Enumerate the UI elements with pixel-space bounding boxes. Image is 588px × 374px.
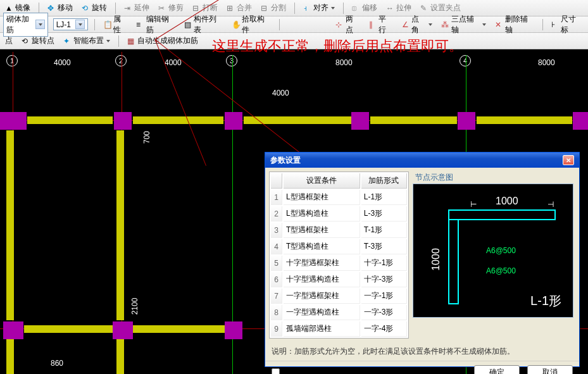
row-cond[interactable]: L型遇框架柱 — [284, 190, 360, 205]
dialog-titlebar[interactable]: 参数设置 ✕ — [265, 153, 579, 168]
merge-button[interactable]: ⊞合并 — [225, 2, 254, 14]
label: 合并 — [237, 3, 252, 13]
close-button[interactable]: ✕ — [563, 155, 574, 165]
table-row[interactable]: 3T型遇框架柱T-1形 — [271, 223, 407, 238]
shape-name: L-1形 — [530, 292, 561, 309]
label: 设置夹点 — [430, 3, 461, 13]
point-button[interactable]: 点 — [3, 35, 15, 47]
props-icon: 📋 — [103, 20, 112, 29]
align-button[interactable]: ⫞对齐 — [301, 2, 337, 14]
row-form[interactable]: L-1形 — [361, 190, 407, 205]
dim-arrow: ⊣ — [547, 200, 554, 209]
shape-line — [448, 303, 459, 304]
label: 三点辅轴 — [451, 14, 480, 35]
table-row[interactable]: 1L型遇框架柱L-1形 — [271, 190, 407, 205]
column — [458, 112, 475, 130]
row-cond[interactable]: T型遇构造柱 — [284, 239, 360, 254]
merge-icon: ⊞ — [227, 4, 235, 13]
extend-button[interactable]: ⇥延伸 — [122, 2, 151, 14]
row-form[interactable]: T-3形 — [361, 239, 407, 254]
aux3-button[interactable]: ⁂三点辅轴 — [439, 13, 488, 36]
chevron-down-icon — [482, 23, 486, 26]
table-row[interactable]: 4T型遇构造柱T-3形 — [271, 239, 407, 254]
table-row[interactable]: 5十字型遇框架柱十字-1形 — [271, 256, 407, 271]
autogen-icon: ▦ — [127, 37, 136, 46]
label: 点角 — [411, 14, 426, 35]
label: 构件列表 — [194, 14, 223, 35]
dimlabel-button[interactable]: ⊦尺寸标 — [549, 13, 585, 36]
row-cond[interactable]: L型遇构造柱 — [284, 206, 360, 221]
wall — [133, 116, 223, 124]
row-cond[interactable]: 一字型遇框架柱 — [284, 289, 360, 304]
row-form[interactable]: 一字-4形 — [361, 321, 407, 337]
label: 自动生成砌体加筋 — [137, 35, 198, 46]
rotate-button[interactable]: ⟲旋转 — [80, 2, 109, 14]
row-form[interactable]: L-3形 — [361, 206, 407, 221]
rotatept-button[interactable]: ⟲旋转点 — [20, 35, 56, 47]
stretch-button[interactable]: ↔拉伸 — [384, 2, 413, 14]
shape-line — [448, 209, 449, 304]
label: 属性 — [113, 14, 127, 35]
move-button[interactable]: ✥移动 — [46, 2, 75, 14]
rebar-label: A6@500 — [486, 266, 516, 275]
extend-icon: ⇥ — [124, 4, 133, 13]
complist-button[interactable]: ▤构件列表 — [182, 13, 225, 36]
dim-icon: ⊦ — [551, 20, 560, 29]
delete-icon: ✕ — [495, 20, 503, 29]
twopt-button[interactable]: ⊹两点 — [334, 13, 361, 36]
row-form[interactable]: 一字-3形 — [361, 305, 407, 320]
label: 延伸 — [134, 3, 149, 13]
smart-icon: ✦ — [63, 37, 72, 46]
split-button[interactable]: ⊟分割 — [259, 2, 288, 14]
wall — [6, 339, 14, 374]
editrebar-button[interactable]: ≡编辑钢筋 — [134, 13, 177, 36]
row-cond[interactable]: 一字型遇构造柱 — [284, 305, 360, 320]
row-form[interactable]: 一字-1形 — [361, 289, 407, 304]
column — [573, 112, 588, 130]
wall — [133, 325, 225, 333]
props-button[interactable]: 📋属性 — [101, 13, 129, 36]
separator — [94, 19, 95, 30]
offset-icon: ⎅ — [352, 4, 361, 13]
row-form[interactable]: 十字-1形 — [361, 256, 407, 271]
ok-button[interactable]: 确定 — [474, 365, 520, 374]
table-row[interactable]: 6十字型遇构造柱十字-3形 — [271, 272, 407, 287]
dim-label: 1000 — [430, 248, 442, 271]
table-row[interactable]: 8一字型遇构造柱一字-3形 — [271, 305, 407, 320]
grid-bubble: 4 — [460, 55, 471, 66]
label: 点 — [5, 35, 13, 46]
trim-icon: ✂ — [158, 4, 167, 13]
row-cond[interactable]: 十字型遇框架柱 — [284, 256, 360, 271]
column — [3, 321, 23, 339]
whole-floor-checkbox[interactable]: 整楼生成 — [272, 367, 313, 375]
preview-canvas: 1000 1000 ⊢ ⊣ A6@500 A6@500 L-1形 — [413, 184, 573, 318]
parallel-button[interactable]: ∥平行 — [367, 13, 395, 36]
cancel-button[interactable]: 取消 — [527, 365, 573, 374]
dimension: 4000 — [165, 58, 182, 67]
row-form[interactable]: T-1形 — [361, 223, 407, 238]
pickpoint-button[interactable]: ✎设置夹点 — [418, 2, 463, 14]
row-index: 5 — [271, 256, 282, 271]
pick-icon: ✎ — [420, 4, 429, 13]
category-select[interactable]: 砌体加筋 — [3, 13, 48, 37]
shape-line — [448, 209, 556, 211]
wall — [24, 325, 113, 333]
pickcomp-button[interactable]: ✋拾取构件 — [230, 13, 273, 36]
item-select[interactable]: LJ-1 — [53, 18, 88, 30]
chevron-down-icon — [428, 23, 432, 26]
table-row[interactable]: 2L型遇构造柱L-3形 — [271, 206, 407, 221]
corner-button[interactable]: ∠点角 — [400, 13, 434, 36]
row-cond[interactable]: T型遇框架柱 — [284, 223, 360, 238]
trim-button[interactable]: ✂修剪 — [156, 2, 185, 14]
row-cond[interactable]: 孤墙端部遇柱 — [284, 321, 360, 337]
dimension: 860 — [51, 359, 63, 368]
separator — [118, 35, 119, 47]
table-row[interactable]: 7一字型遇框架柱一字-1形 — [271, 289, 407, 304]
smartlayout-button[interactable]: ✦智能布置 — [61, 35, 112, 47]
offset-button[interactable]: ⎅偏移 — [350, 2, 379, 14]
row-cond[interactable]: 十字型遇构造柱 — [284, 272, 360, 287]
row-form[interactable]: 十字-3形 — [361, 272, 407, 287]
table-row[interactable]: 9孤墙端部遇柱一字-4形 — [271, 321, 407, 337]
checkbox-input[interactable] — [272, 368, 280, 375]
delaux-button[interactable]: ✕删除辅轴 — [493, 13, 536, 36]
